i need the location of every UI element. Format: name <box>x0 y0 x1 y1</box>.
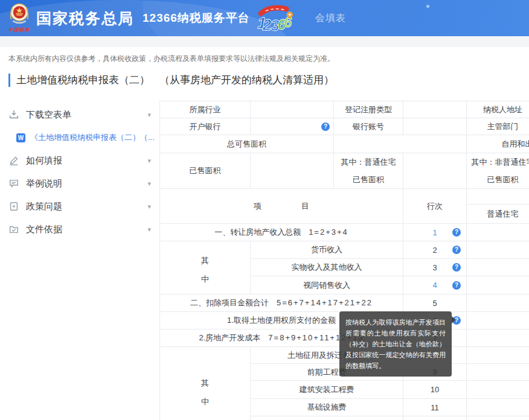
word-doc-icon: W <box>16 133 25 142</box>
chevron-down-icon[interactable]: ▾ <box>147 180 151 188</box>
line-number-cell: 2 ? <box>403 241 467 259</box>
item-label: 二、扣除项目金额合计5=6+7+14+17+21+22 <box>160 294 403 312</box>
help-icon[interactable]: ? <box>452 246 461 254</box>
download-link-label[interactable]: 《土地增值税纳税申报表（二）（... <box>30 132 155 143</box>
column-header-ordinary-housing: 普通住宅 <box>467 205 529 224</box>
value-cell <box>251 101 334 118</box>
line-number-link[interactable]: 4 <box>432 281 437 290</box>
group-label-qizhong: 其 中 <box>160 347 251 420</box>
value-cell <box>403 153 467 189</box>
top-banner: 中国税务 国家税务总局 12366纳税服务平台 1 2 3 6 6 会填表 <box>0 0 529 36</box>
sidebar-item-label: 如何填报 <box>26 155 62 167</box>
form-subtitle: （从事房地产开发的纳税人清算适用） <box>159 73 334 87</box>
chevron-down-icon[interactable]: ▾ <box>147 203 151 211</box>
field-label: 开户银行 <box>160 118 251 135</box>
value-cell <box>467 347 529 364</box>
item-label: 建筑安装工程费 <box>251 381 403 399</box>
table-row: 已售面积 其中：普通住宅 已售面积 其中：非普通住宅 已售面积 <box>160 153 529 189</box>
emblem-caption: 中国税务 <box>6 27 33 33</box>
tooltip-text: 按纳税人为取得该房地产开发项目所需要的土地使用权而实际支付（补交）的土地出让金（… <box>345 319 446 369</box>
platform-title: 12366纳税服务平台 <box>143 10 250 26</box>
help-icon[interactable]: ? <box>321 122 330 131</box>
field-label: 纳税人地址 <box>467 101 529 118</box>
mascot-12366-logo: 1 2 3 6 6 <box>256 4 293 32</box>
sidebar-item-label: 政策问题 <box>26 201 62 212</box>
help-tooltip: 按纳税人为取得该房地产开发项目所需要的土地使用权而实际支付（补交）的土地出让金（… <box>339 311 452 377</box>
org-title: 国家税务总局 <box>36 8 134 28</box>
field-label: 总可售面积 <box>160 135 334 153</box>
item-label <box>251 416 403 420</box>
chevron-down-icon[interactable]: ▾ <box>147 157 151 165</box>
field-label: 银行账号 <box>334 118 403 135</box>
line-number-cell: 11 <box>403 399 467 416</box>
value-cell <box>467 329 529 347</box>
help-icon[interactable]: ? <box>452 263 461 272</box>
pencil-icon <box>8 155 19 166</box>
value-cell <box>467 241 529 259</box>
folder-check-icon <box>8 224 19 235</box>
item-label: 基础设施费 <box>251 399 403 416</box>
value-cell <box>403 118 467 135</box>
sidebar-item-examples[interactable]: 举例说明 ▾ <box>0 172 159 195</box>
page-title: 土地增值税纳税申报表（二） （从事房地产开发的纳税人清算适用） <box>8 72 529 88</box>
table-row: 一、转让房地产收入总额1=2+3+4 1 ? <box>160 224 529 241</box>
sidebar-download-link[interactable]: W 《土地增值税纳税申报表（二）（... <box>0 126 159 149</box>
field-label: 自用和出租面积 <box>467 135 529 153</box>
value-cell <box>467 224 529 241</box>
item-label: 一、转让房地产收入总额1=2+3+4 <box>160 224 403 241</box>
field-label: 主管部门 <box>467 118 529 135</box>
value-cell <box>467 381 529 399</box>
nav-item-fill-form[interactable]: 会填表 <box>315 12 346 25</box>
form-title: 土地增值税纳税申报表（二） <box>16 73 150 87</box>
line-number-cell: 5 <box>403 294 467 312</box>
sidebar-item-documents[interactable]: 文件依据 ▾ <box>0 218 159 241</box>
item-label: 视同销售收入 <box>251 276 403 294</box>
sidebar: 下载空表单 ▾ W 《土地增值税纳税申报表（二）（... 如何填报 ▾ 举例说明… <box>0 101 159 420</box>
policy-book-icon <box>8 201 19 212</box>
download-icon <box>8 109 19 120</box>
sub-header-strip <box>0 36 529 47</box>
table-row: 二、扣除项目金额合计5=6+7+14+17+21+22 5 <box>160 294 529 312</box>
tax-bureau-emblem: 中国税务 <box>6 3 33 33</box>
field-label: 登记注册类型 <box>334 101 403 118</box>
sidebar-item-download-form[interactable]: 下载空表单 ▾ <box>0 103 159 126</box>
table-row: 总可售面积 自用和出租面积 <box>160 135 529 153</box>
sidebar-item-label: 下载空表单 <box>26 109 71 121</box>
table-row: 其 中 货币收入 2 ? <box>160 241 529 259</box>
value-cell <box>334 135 467 153</box>
value-cell <box>467 399 529 416</box>
sidebar-item-policy[interactable]: 政策问题 ▾ <box>0 195 159 218</box>
item-label: 实物收入及其他收入 <box>251 259 403 276</box>
column-header-line-no: 行次 <box>403 189 467 224</box>
chevron-down-icon[interactable]: ▾ <box>147 226 151 234</box>
column-header-amount <box>467 189 529 205</box>
table-row: 所属行业 登记注册类型 纳税人地址 <box>160 101 529 118</box>
line-number-cell <box>403 416 467 420</box>
title-accent-bar <box>8 74 10 87</box>
value-cell: ? <box>251 118 334 135</box>
tax-emblem-icon <box>8 3 30 26</box>
sidebar-item-label: 举例说明 <box>26 178 62 189</box>
line-number-link[interactable]: 1 <box>432 228 437 237</box>
line-number-cell: 10 <box>403 381 467 399</box>
item-label: 货币收入 <box>251 241 403 259</box>
value-cell <box>467 276 529 294</box>
value-cell <box>251 153 334 189</box>
value-cell <box>467 416 529 420</box>
field-label: 其中：非普通住宅 已售面积 <box>467 153 529 189</box>
value-cell <box>467 294 529 312</box>
column-header-item: 项 目 <box>160 189 403 224</box>
group-label-qizhong: 其 中 <box>160 241 251 294</box>
help-icon[interactable]: ? <box>452 228 461 237</box>
chevron-down-icon[interactable]: ▾ <box>147 111 151 119</box>
form-table-region: 所属行业 登记注册类型 纳税人地址 开户银行 ? 银行账号 主管部门 总可售面积 <box>159 101 529 420</box>
disclaimer-text: 本系统内所有内容仅供参考，具体税收政策，办税流程及表单填报要求等以法律法规及相关… <box>8 54 529 64</box>
value-cell <box>467 259 529 276</box>
value-cell <box>467 364 529 381</box>
table-row: 开户银行 ? 银行账号 主管部门 <box>160 118 529 135</box>
sidebar-item-how-to-fill[interactable]: 如何填报 ▾ <box>0 149 159 172</box>
value-cell <box>403 101 467 118</box>
field-label: 所属行业 <box>160 101 251 118</box>
help-icon[interactable]: ? <box>452 281 461 290</box>
sidebar-item-label: 文件依据 <box>26 224 62 235</box>
